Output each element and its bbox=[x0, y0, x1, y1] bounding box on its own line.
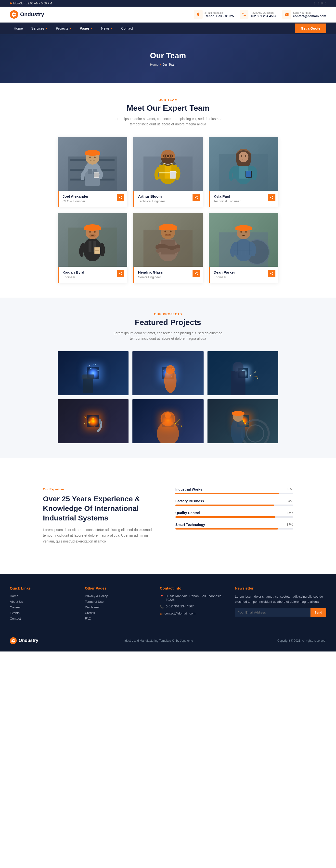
footer-address-text: Jl. Niti Mandala, Renon, Bali, Indonesia… bbox=[166, 594, 225, 601]
footer-location-icon: 📍 bbox=[160, 595, 164, 598]
contact-phone-text: Have Any Question +62 361 234 4567 bbox=[250, 11, 276, 18]
footer-phone-text: (+62) 361 234 4567 bbox=[166, 604, 194, 608]
newsletter-send-button[interactable]: Send bbox=[310, 608, 326, 617]
project-card-2[interactable] bbox=[133, 351, 203, 395]
footer-link-privacy[interactable]: Privacy & Policy bbox=[85, 594, 150, 598]
footer-link-home[interactable]: Home bbox=[10, 594, 75, 598]
worker-svg-joel bbox=[58, 137, 127, 191]
project-card-4[interactable] bbox=[58, 399, 129, 443]
facebook-icon[interactable]:  bbox=[314, 1, 315, 5]
footer-email-icon: ✉ bbox=[160, 612, 163, 616]
chevron-down-icon: ▼ bbox=[111, 27, 113, 30]
worker-svg-arthur bbox=[133, 137, 203, 191]
worker-svg-kyla bbox=[209, 137, 278, 191]
contact-email-text: Send Your Mail contact@domain.com bbox=[293, 11, 326, 18]
footer-contact-info: Contact Info 📍 Jl. Niti Mandala, Renon, … bbox=[160, 586, 225, 622]
svg-rect-31 bbox=[159, 165, 165, 179]
email-value: contact@domain.com bbox=[293, 14, 326, 18]
nav-services[interactable]: Services ▼ bbox=[27, 23, 52, 34]
footer-quick-links: Quick Links Home About Us Causes Events … bbox=[10, 586, 75, 622]
nav-pages[interactable]: Pages ▼ bbox=[76, 23, 96, 34]
phone-value: +62 361 234 4567 bbox=[250, 14, 276, 18]
breadcrumb-home[interactable]: Home bbox=[150, 63, 159, 66]
skill-header-1: Industrial Works 88% bbox=[175, 487, 293, 491]
footer-logo[interactable]: Ondustry bbox=[10, 637, 38, 644]
skill-industrial-works: Industrial Works 88% bbox=[175, 487, 293, 494]
svg-point-56 bbox=[89, 234, 96, 237]
newsletter-email-input[interactable] bbox=[235, 608, 310, 617]
breadcrumb: Home › Our Team bbox=[150, 63, 186, 66]
footer-grid: Quick Links Home About Us Causes Events … bbox=[10, 586, 326, 622]
pinterest-icon[interactable]:  bbox=[325, 1, 326, 5]
team-card-joel: Joel Alexander CEO & Founder bbox=[58, 137, 127, 207]
nav-projects[interactable]: Projects ▼ bbox=[52, 23, 76, 34]
hours-text: Mon-Sun : 9:00 AM - 5:00 PM bbox=[13, 2, 52, 5]
nav-home[interactable]: Home bbox=[10, 23, 27, 34]
footer-link-causes[interactable]: Causes bbox=[10, 606, 75, 609]
footer-quick-links-title: Quick Links bbox=[10, 586, 75, 590]
team-info-dean: Dean Parker Engineer bbox=[209, 267, 278, 283]
svg-rect-57 bbox=[88, 241, 91, 252]
footer-link-terms[interactable]: Terms of Use bbox=[85, 600, 150, 603]
svg-point-132 bbox=[165, 412, 171, 418]
svg-rect-8 bbox=[85, 152, 100, 155]
project-card-3[interactable] bbox=[207, 351, 278, 395]
logo[interactable]: Ondustry bbox=[10, 10, 44, 19]
twitter-icon[interactable]:  bbox=[318, 1, 319, 5]
project-card-6[interactable] bbox=[207, 399, 278, 443]
worker-figure-joel bbox=[58, 137, 127, 191]
nav-news[interactable]: News ▼ bbox=[97, 23, 117, 34]
footer-contact-title: Contact Info bbox=[160, 586, 225, 590]
footer-link-credits[interactable]: Credits bbox=[85, 611, 150, 615]
svg-rect-35 bbox=[170, 172, 176, 178]
team-role-arthur: Technical Engineer bbox=[138, 199, 199, 203]
team-share-icon-kyla[interactable] bbox=[268, 194, 275, 201]
footer-logo-text: Ondustry bbox=[19, 638, 38, 643]
project-card-1[interactable] bbox=[58, 351, 129, 395]
skill-bar-bg-1 bbox=[175, 493, 293, 494]
footer-link-about[interactable]: About Us bbox=[10, 600, 75, 603]
team-share-icon-hendrix[interactable] bbox=[193, 270, 200, 277]
team-share-icon-dean[interactable] bbox=[268, 270, 275, 277]
experience-left: Our Expertise Over 25 Years Experience &… bbox=[43, 487, 161, 545]
team-section-desc: Lorem ipsum dolor sit amet, consectetur … bbox=[109, 116, 227, 127]
svg-point-80 bbox=[240, 231, 242, 233]
gear-icon bbox=[11, 12, 17, 17]
footer-newsletter-title: Newsletter bbox=[235, 586, 326, 590]
experience-right: Industrial Works 88% Factory Business 84… bbox=[175, 487, 293, 534]
svg-point-42 bbox=[245, 155, 246, 157]
location-icon-wrapper bbox=[194, 10, 203, 19]
svg-rect-53 bbox=[84, 226, 101, 230]
svg-point-55 bbox=[94, 231, 96, 233]
team-share-icon-arthur[interactable] bbox=[193, 194, 200, 201]
project-svg-3 bbox=[207, 351, 278, 395]
contact-email: Send Your Mail contact@domain.com bbox=[282, 10, 326, 19]
skill-bar-fill-2 bbox=[175, 504, 274, 506]
footer-link-disclaimer[interactable]: Disclaimer bbox=[85, 606, 150, 609]
svg-rect-82 bbox=[234, 242, 253, 255]
project-svg-2 bbox=[133, 351, 203, 395]
footer-link-faq[interactable]: FAQ bbox=[85, 617, 150, 620]
team-share-icon-kaidan[interactable] bbox=[117, 270, 124, 277]
share-icon bbox=[119, 195, 123, 199]
top-bar: Mon-Sun : 9:00 AM - 5:00 PM     bbox=[0, 0, 336, 7]
svg-point-124 bbox=[94, 426, 95, 426]
project-card-5[interactable] bbox=[133, 399, 203, 443]
breadcrumb-separator: › bbox=[160, 63, 161, 66]
footer-link-contact[interactable]: Contact bbox=[10, 617, 75, 620]
get-quote-button[interactable]: Get a Quote bbox=[295, 24, 326, 33]
instagram-icon[interactable]:  bbox=[321, 1, 323, 5]
footer-link-events[interactable]: Events bbox=[10, 611, 75, 615]
team-share-icon-joel[interactable] bbox=[117, 194, 124, 201]
worker-svg-hendrix bbox=[133, 213, 203, 267]
experience-section: Our Expertise Over 25 Years Experience &… bbox=[33, 473, 303, 559]
experience-desc: Lorem ipsum dolor sit amet, consectetur … bbox=[43, 527, 161, 545]
project-svg-6 bbox=[207, 399, 278, 443]
projects-section-title: Featured Projects bbox=[10, 318, 326, 327]
logo-text: Ondustry bbox=[20, 11, 44, 18]
svg-point-114 bbox=[254, 380, 254, 381]
team-info-arthur: Arthur Bloom Technical Engineer bbox=[133, 191, 203, 207]
email-icon-wrapper bbox=[282, 10, 291, 19]
skill-bar-bg-4 bbox=[175, 528, 293, 529]
nav-contact[interactable]: Contact bbox=[117, 23, 137, 34]
